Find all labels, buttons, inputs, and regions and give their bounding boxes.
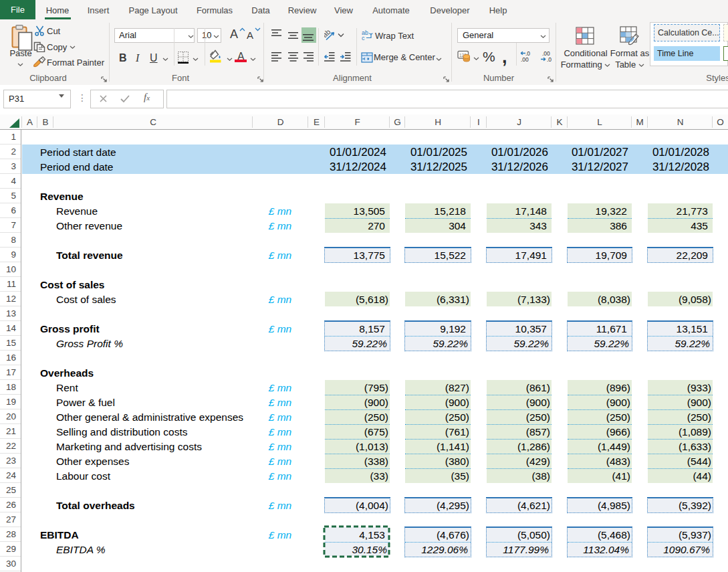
svg-text:c: c <box>362 35 365 41</box>
svg-text:.00: .00 <box>521 56 529 63</box>
svg-text:.0: .0 <box>547 56 552 63</box>
